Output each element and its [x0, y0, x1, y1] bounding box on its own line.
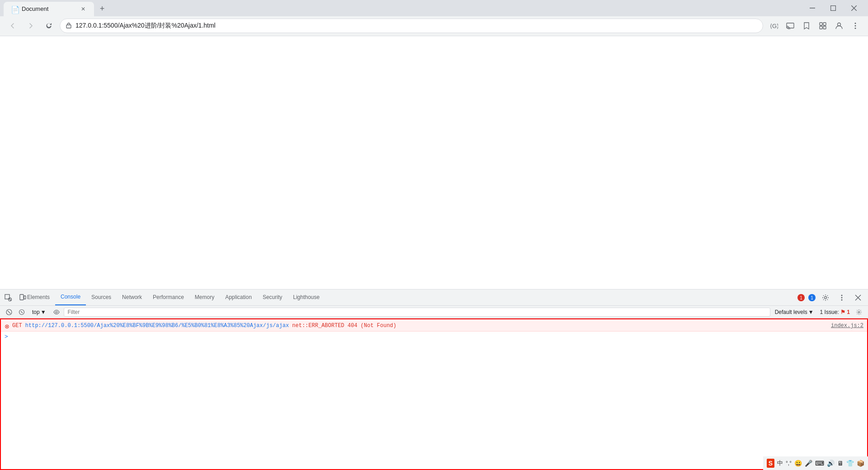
- console-filter-button[interactable]: [16, 307, 27, 318]
- svg-rect-18: [20, 294, 24, 300]
- window-controls: [802, 0, 864, 16]
- system-tray: S 中 °,° 😀 🎤 ⌨ 🔊 🖥 👕 📦: [763, 456, 868, 470]
- back-button[interactable]: [5, 19, 20, 33]
- console-error-text: GET http://127.0.0.1:5500/Ajax%20%E8%BF%…: [12, 323, 831, 329]
- bookmark-icon[interactable]: [799, 19, 814, 33]
- devtools-tab-console[interactable]: Console: [55, 289, 86, 305]
- svg-line-29: [21, 311, 23, 313]
- ime-label: 中: [777, 459, 783, 467]
- volume-icon: 🔊: [827, 460, 835, 467]
- svg-rect-8: [823, 23, 826, 25]
- svg-rect-1: [831, 6, 836, 11]
- console-toolbar: top ▼ Default levels ▼ 1 Issue: ⚑ 1: [0, 306, 868, 318]
- new-tab-button[interactable]: +: [96, 3, 108, 15]
- mic-icon: 🎤: [805, 460, 812, 467]
- devtools-device-icon[interactable]: [16, 291, 29, 304]
- console-gear-icon[interactable]: [854, 307, 864, 318]
- toolbar-icons: ⟨G⟩: [767, 19, 863, 33]
- error-icon: ⊗: [5, 323, 9, 330]
- reload-button[interactable]: [42, 19, 56, 33]
- url-text: 127.0.0.1:5500/Ajax%20进阶/封装%20Ajax/1.htm…: [75, 22, 757, 30]
- error-source-link[interactable]: index.js:2: [831, 323, 863, 329]
- shirt-icon: 👕: [846, 460, 854, 467]
- forward-button[interactable]: [24, 19, 38, 33]
- close-button[interactable]: [844, 0, 864, 16]
- devtools-tab-sources[interactable]: Sources: [86, 289, 117, 305]
- maximize-button[interactable]: [823, 0, 844, 16]
- translate-icon[interactable]: ⟨G⟩: [767, 19, 781, 33]
- console-eye-icon[interactable]: [51, 307, 62, 318]
- svg-point-13: [855, 25, 856, 27]
- console-right-toolbar: Default levels ▼ 1 Issue: ⚑ 1: [772, 307, 864, 318]
- svg-rect-0: [810, 8, 815, 9]
- address-bar: 127.0.0.1:5500/Ajax%20进阶/封装%20Ajax/1.htm…: [0, 16, 868, 36]
- error-url-link[interactable]: http://127.0.0.1:5500/Ajax%20%E8%BF%9B%E…: [25, 323, 289, 329]
- svg-rect-7: [820, 23, 822, 25]
- console-error-entry: ⊗ GET http://127.0.0.1:5500/Ajax%20%E8%B…: [1, 321, 867, 332]
- extensions-icon[interactable]: [816, 19, 830, 33]
- console-prompt-icon: >: [5, 333, 8, 340]
- svg-rect-19: [24, 296, 26, 299]
- address-input[interactable]: 127.0.0.1:5500/Ajax%20进阶/封装%20Ajax/1.htm…: [60, 19, 763, 33]
- punctuation-label: °,°: [786, 460, 792, 466]
- devtools-tab-application[interactable]: Application: [220, 289, 257, 305]
- devtools-tab-performance[interactable]: Performance: [147, 289, 189, 305]
- svg-point-21: [841, 295, 843, 296]
- svg-point-12: [855, 23, 856, 24]
- message-badge: 1: [808, 294, 816, 301]
- console-issues-label: 1 Issue: ⚑ 1: [820, 309, 850, 315]
- svg-point-31: [858, 311, 860, 313]
- console-panel: top ▼ Default levels ▼ 1 Issue: ⚑ 1: [0, 306, 868, 470]
- tab-title: Document: [22, 5, 76, 12]
- svg-point-23: [841, 299, 843, 301]
- devtools-tab-memory[interactable]: Memory: [189, 289, 220, 305]
- devtools-inspect-icon[interactable]: [2, 291, 14, 304]
- devtools-tab-network[interactable]: Network: [117, 289, 147, 305]
- devtools-close-icon[interactable]: [852, 291, 864, 304]
- devtools-settings-icon[interactable]: [819, 291, 832, 304]
- error-badge: 1: [797, 294, 805, 301]
- monitor-icon: 🖥: [837, 460, 844, 467]
- svg-rect-9: [820, 26, 822, 29]
- error-badge-group: 1: [797, 294, 805, 301]
- devtools-tab-bar: Elements Console Sources Network Perform…: [0, 290, 868, 306]
- svg-rect-4: [66, 25, 71, 28]
- security-icon: [66, 22, 72, 30]
- console-levels-button[interactable]: Default levels ▼: [772, 308, 816, 316]
- console-filter-input[interactable]: [64, 308, 770, 317]
- minimize-button[interactable]: [802, 0, 823, 16]
- svg-text:⟨G⟩: ⟨G⟩: [770, 23, 778, 29]
- devtools-tab-lighthouse[interactable]: Lighthouse: [288, 289, 325, 305]
- tab-close-button[interactable]: ✕: [80, 5, 87, 13]
- svg-point-22: [841, 297, 843, 299]
- menu-icon[interactable]: [848, 19, 863, 33]
- box-icon: 📦: [857, 460, 864, 467]
- keyboard-icon: ⌨: [815, 460, 824, 467]
- console-context-selector[interactable]: top ▼: [29, 308, 49, 317]
- console-output: ⊗ GET http://127.0.0.1:5500/Ajax%20%E8%B…: [0, 318, 868, 470]
- devtools-panel: Elements Console Sources Network Perform…: [0, 289, 868, 470]
- page-content: [0, 36, 868, 289]
- cast-icon[interactable]: [783, 19, 797, 33]
- svg-point-14: [855, 28, 856, 29]
- devtools-more-icon[interactable]: [835, 291, 848, 304]
- svg-point-20: [825, 297, 827, 299]
- console-context-arrow: ▼: [41, 309, 46, 315]
- tab-favicon: 📄: [11, 5, 18, 13]
- devtools-side-icons: [0, 290, 31, 306]
- svg-point-30: [56, 311, 57, 313]
- emoji-icon: 😀: [794, 460, 802, 467]
- svg-rect-6: [787, 23, 794, 28]
- profile-icon[interactable]: [832, 19, 846, 33]
- devtools-tab-security[interactable]: Security: [257, 289, 288, 305]
- svg-line-27: [8, 311, 10, 313]
- message-badge-group: 1: [808, 294, 816, 301]
- active-tab[interactable]: 📄 Document ✕: [4, 2, 94, 16]
- sougou-icon: S: [767, 459, 774, 468]
- console-context-label: top: [32, 309, 40, 315]
- console-prompt-row: >: [1, 332, 867, 341]
- console-clear-button[interactable]: [4, 307, 14, 318]
- devtools-toolbar-right: 1 1: [797, 290, 864, 306]
- svg-rect-10: [823, 26, 826, 29]
